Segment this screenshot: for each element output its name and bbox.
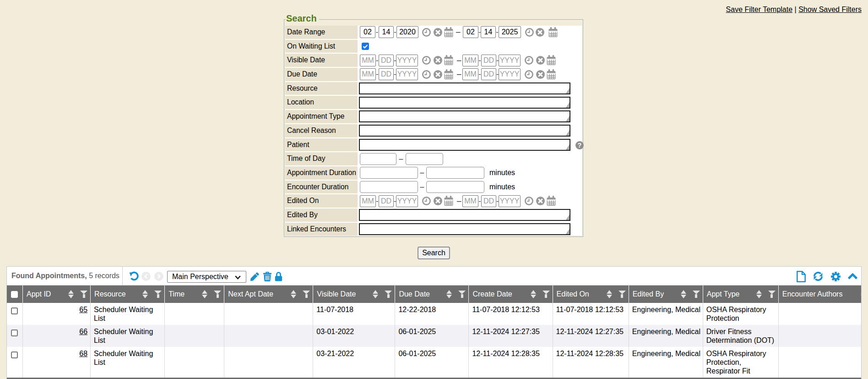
- svg-text:?: ?: [578, 141, 582, 148]
